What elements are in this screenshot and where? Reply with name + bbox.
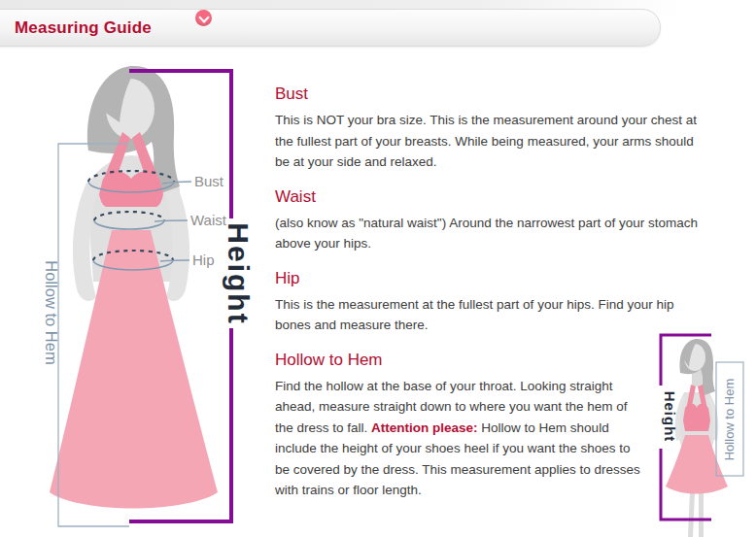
hip-body: This is the measurement at the fullest p…: [275, 294, 700, 336]
waist-body: (also know as "natural waist") Around th…: [275, 213, 700, 254]
dress: [50, 132, 218, 509]
attention-label: Attention please:: [371, 420, 478, 435]
measuring-diagram-small: Hollow to Hem Height: [641, 330, 756, 537]
bust-heading: Bust: [275, 84, 700, 103]
height-label: Height: [223, 222, 255, 324]
chevron-down-icon[interactable]: [195, 10, 212, 26]
dress-figure-large: Bust Waist Hip Hollow to Hem Height: [34, 58, 262, 537]
bust-body: This is NOT your bra size. This is the m…: [275, 110, 700, 173]
hollow-to-hem-heading: Hollow to Hem: [275, 351, 700, 369]
page-title: Measuring Guide: [15, 18, 152, 38]
section-hip: Hip This is the measurement at the fulle…: [275, 269, 700, 336]
waist-heading: Waist: [275, 187, 700, 206]
measuring-diagram-large: Bust Waist Hip Hollow to Hem Height: [34, 58, 262, 537]
waist-label: Waist: [190, 212, 227, 228]
small-hollow-to-hem-label: Hollow to Hem: [722, 379, 737, 461]
hollow-to-hem-label: Hollow to Hem: [43, 260, 60, 364]
measuring-instructions: Bust This is NOT your bra size. This is …: [275, 84, 700, 516]
small-height-label: Height: [662, 391, 678, 443]
hip-label: Hip: [192, 252, 215, 268]
bust-label: Bust: [194, 173, 224, 189]
section-hollow-to-hem: Hollow to Hem Find the hollow at the bas…: [275, 351, 700, 501]
hip-heading: Hip: [275, 269, 700, 287]
measuring-guide-header: Measuring Guide: [0, 9, 661, 47]
hollow-to-hem-body: Find the hollow at the base of your thro…: [275, 376, 648, 501]
section-waist: Waist (also know as "natural waist") Aro…: [275, 187, 700, 254]
dress-figure-small: Hollow to Hem Height: [641, 330, 756, 537]
section-bust: Bust This is NOT your bra size. This is …: [275, 84, 700, 173]
